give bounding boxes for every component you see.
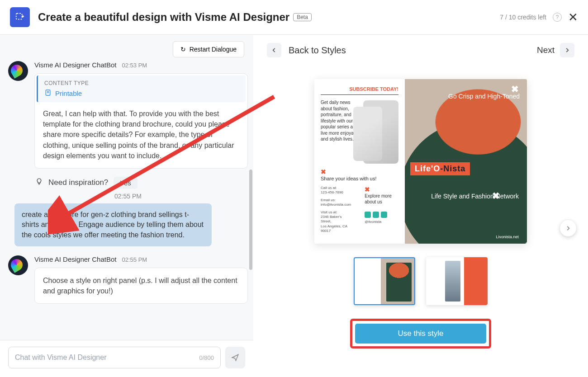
next-style-arrow[interactable]	[560, 220, 576, 236]
beta-badge: Beta	[293, 13, 312, 21]
style-thumbnail-2[interactable]	[426, 257, 488, 305]
bot-message: Great, I can help with that. To provide …	[37, 102, 246, 166]
help-icon[interactable]: ?	[553, 13, 562, 22]
style-preview: SUBSCRIBE TODAY! Get daily news about fa…	[314, 79, 527, 244]
app-logo	[10, 7, 30, 27]
send-button[interactable]	[225, 347, 245, 368]
use-this-style-button[interactable]: Use this style	[355, 324, 486, 344]
svg-rect-0	[16, 14, 22, 19]
back-to-styles-label: Back to Styles	[289, 45, 346, 56]
credits-left: 7 / 10 credits left	[500, 14, 546, 21]
style-thumbnails	[354, 257, 488, 305]
bot-message: Choose a style on right panel (p.s. I wi…	[43, 275, 239, 296]
content-type-card: CONTENT TYPE Printable Great, I can help…	[34, 73, 248, 169]
char-count: 0/800	[199, 354, 214, 361]
content-type-value: Printable	[55, 90, 82, 97]
back-button[interactable]	[267, 43, 281, 57]
close-button[interactable]: ✕	[568, 11, 578, 23]
bot-avatar	[8, 255, 28, 275]
message-time: 02:55 PM	[122, 256, 147, 263]
printable-icon	[44, 89, 52, 98]
message-time: 02:53 PM	[122, 62, 147, 69]
need-inspiration-row: Need inspiration? Yes	[35, 177, 248, 189]
user-message-time: 02:55 PM	[8, 193, 248, 200]
user-message: create a brochure for gen-z clothing bra…	[14, 203, 212, 246]
page-title: Create a beautiful design with Visme AI …	[38, 11, 312, 24]
next-button[interactable]	[560, 43, 574, 57]
bot-name: Visme AI Designer ChatBot	[34, 61, 116, 69]
scrollbar[interactable]	[249, 170, 252, 270]
header: Create a beautiful design with Visme AI …	[0, 0, 588, 35]
bulb-icon	[35, 178, 43, 188]
inspiration-yes-button[interactable]: Yes	[114, 177, 137, 189]
use-style-highlight: Use this style	[350, 319, 491, 349]
style-thumbnail-1[interactable]	[354, 257, 415, 305]
content-type-label: CONTENT TYPE	[44, 80, 239, 86]
style-panel: Back to Styles Next SUBSCRIBE TODAY! Get…	[253, 35, 588, 375]
chat-input[interactable]	[15, 353, 199, 362]
restart-icon: ↻	[180, 46, 186, 53]
bot-name: Visme AI Designer ChatBot	[34, 255, 116, 263]
restart-dialogue-button[interactable]: ↻ Restart Dialogue	[173, 41, 244, 57]
chat-input-row: 0/800	[0, 340, 253, 375]
chat-panel: ↻ Restart Dialogue Visme AI Designer Cha…	[0, 35, 253, 375]
next-label: Next	[537, 45, 555, 55]
bot-avatar	[8, 61, 28, 81]
